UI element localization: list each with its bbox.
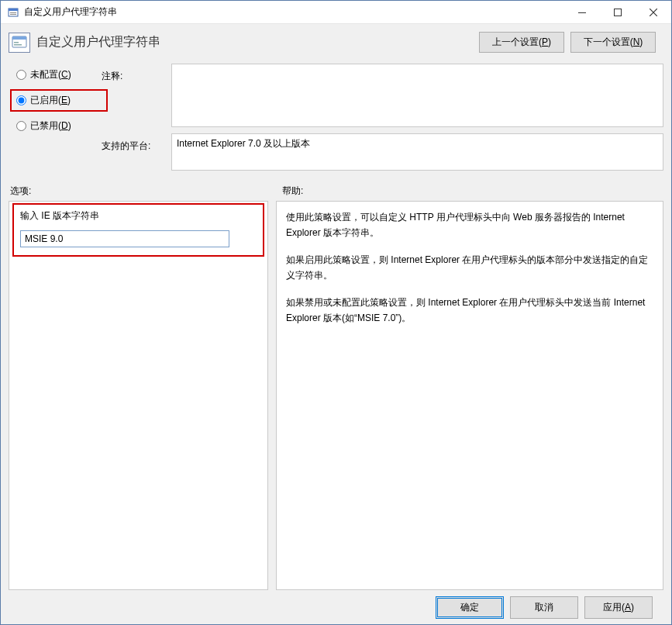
radio-not-configured[interactable]: 未配置(C): [16, 68, 102, 81]
close-button[interactable]: [636, 1, 671, 23]
header-row: 自定义用户代理字符串 上一个设置(P) 下一个设置(N): [9, 32, 663, 53]
radio-not-configured-input[interactable]: [16, 70, 26, 80]
radio-disabled[interactable]: 已禁用(D): [16, 119, 102, 133]
version-string-label: 输入 IE 版本字符串: [20, 209, 257, 223]
prev-setting-button[interactable]: 上一个设置(P): [479, 32, 564, 53]
ok-button[interactable]: 确定: [436, 596, 504, 619]
options-pane: 输入 IE 版本字符串: [9, 201, 268, 590]
svg-rect-7: [12, 36, 26, 40]
highlight-enabled: 已启用(E): [10, 89, 108, 112]
svg-rect-3: [10, 14, 16, 15]
help-heading: 帮助:: [268, 185, 663, 198]
help-paragraph-2: 如果启用此策略设置，则 Internet Explorer 在用户代理标头的版本…: [286, 252, 653, 284]
help-paragraph-3: 如果禁用或未配置此策略设置，则 Internet Explorer 在用户代理标…: [286, 295, 653, 326]
version-string-input[interactable]: [20, 230, 229, 247]
dialog-window: 自定义用户代理字符串 自定义用户代理字符串 上一个设置(P) 下一个设置(N) …: [0, 0, 672, 625]
window-controls: [564, 1, 671, 23]
section-labels: 选项: 帮助:: [9, 185, 663, 198]
dialog-footer: 确定 取消 应用(A): [9, 590, 663, 624]
apply-button[interactable]: 应用(A): [584, 596, 653, 619]
svg-rect-5: [615, 9, 622, 16]
maximize-button[interactable]: [600, 1, 636, 23]
svg-rect-2: [10, 12, 16, 13]
highlight-option-input: 输入 IE 版本字符串: [12, 203, 264, 257]
help-paragraph-1: 使用此策略设置，可以自定义 HTTP 用户代理标头中向 Web 服务器报告的 I…: [286, 209, 653, 241]
config-grid: 未配置(C) 已启用(E) 已禁用(D) 注释: 支持的平台: Internet…: [9, 64, 663, 171]
options-heading: 选项:: [9, 185, 268, 198]
svg-rect-1: [9, 9, 18, 11]
supported-platform-box[interactable]: Internet Explorer 7.0 及以上版本: [171, 133, 663, 171]
dialog-body: 自定义用户代理字符串 上一个设置(P) 下一个设置(N) 未配置(C) 已启用(…: [1, 24, 671, 624]
next-setting-button[interactable]: 下一个设置(N): [570, 32, 656, 53]
radio-enabled-input[interactable]: [16, 95, 26, 105]
comment-label: 注释:: [102, 64, 171, 83]
comment-textarea[interactable]: [171, 64, 663, 127]
window-title: 自定义用户代理字符串: [24, 5, 564, 19]
cancel-button[interactable]: 取消: [510, 596, 578, 619]
minimize-button[interactable]: [564, 1, 600, 23]
policy-title: 自定义用户代理字符串: [36, 34, 479, 50]
platform-label: 支持的平台:: [102, 133, 171, 153]
lower-panes: 输入 IE 版本字符串 使用此策略设置，可以自定义 HTTP 用户代理标头中向 …: [9, 201, 663, 590]
app-icon: [7, 6, 19, 19]
policy-icon: [9, 33, 30, 53]
titlebar[interactable]: 自定义用户代理字符串: [1, 1, 671, 24]
svg-rect-4: [578, 12, 586, 13]
platform-value: Internet Explorer 7.0 及以上版本: [177, 138, 310, 149]
radio-enabled[interactable]: 已启用(E): [16, 94, 71, 107]
help-pane: 使用此策略设置，可以自定义 HTTP 用户代理标头中向 Web 服务器报告的 I…: [276, 201, 663, 590]
svg-rect-8: [14, 42, 19, 43]
svg-rect-9: [14, 44, 22, 46]
radio-disabled-input[interactable]: [16, 121, 26, 131]
